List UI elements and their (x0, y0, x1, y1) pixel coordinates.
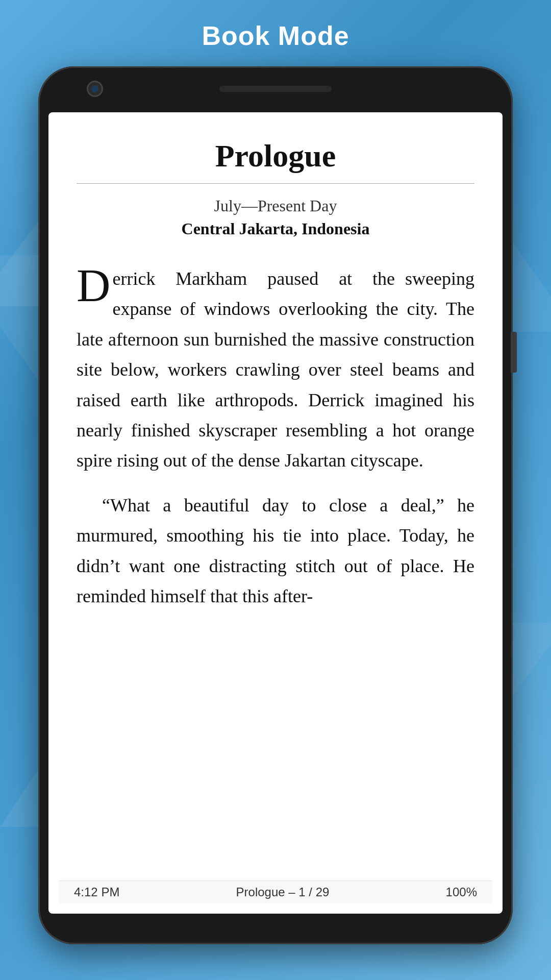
phone-frame: Prologue July—Present Day Central Jakart… (38, 66, 513, 944)
status-bar: 4:12 PM Prologue – 1 / 29 100% (59, 880, 492, 903)
book-content: Prologue July—Present Day Central Jakart… (48, 112, 503, 914)
page-title: Book Mode (0, 20, 551, 51)
drop-cap: D (77, 268, 110, 303)
side-button[interactable] (511, 332, 517, 373)
chapter-title: Prologue (77, 138, 474, 174)
book-paragraph-1: Derrick Markham paused at the sweeping e… (77, 264, 474, 476)
camera-icon (87, 81, 103, 97)
chapter-divider (77, 183, 474, 184)
status-time: 4:12 PM (74, 885, 119, 899)
book-paragraph-2: “What a beautiful day to close a deal,” … (77, 491, 474, 612)
chapter-subtitle: July—Present Day (77, 197, 474, 215)
status-page-info: Prologue – 1 / 29 (236, 885, 330, 899)
status-battery: 100% (446, 885, 477, 899)
camera-lens (91, 85, 98, 92)
speaker (219, 86, 332, 92)
phone-top-bar (38, 66, 513, 112)
chapter-location: Central Jakarta, Indonesia (77, 219, 474, 238)
phone-screen[interactable]: Prologue July—Present Day Central Jakart… (48, 112, 503, 914)
